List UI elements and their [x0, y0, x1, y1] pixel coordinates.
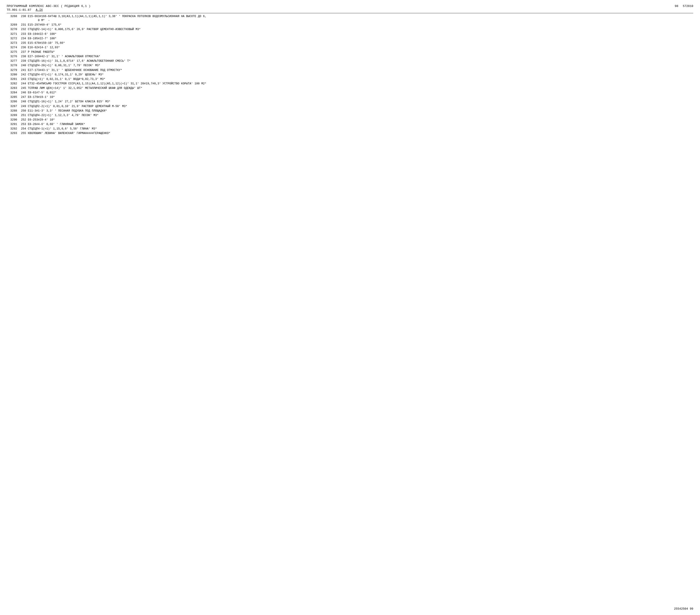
row-text: СТЦСЦП4-67(=1)' 0,174,31,1' 9,29' ЩЕБЕНЬ…	[27, 73, 693, 77]
row-id: 3268	[7, 14, 18, 23]
row-text: Е27-169#42-1' 31,1' ' АСФАЛЬТОВАЯ ОТМОСТ…	[27, 54, 693, 59]
row-text: Р РАЗНЫЕ РАБОТЫ*	[27, 50, 693, 54]
row-text: Е8-179#19-1' 10*	[27, 95, 693, 99]
row-id: 3288	[7, 109, 18, 113]
table-row: 3286248СТЦСЦП1-16(=1)' 1,24' 27,2' БЕТОН…	[7, 99, 693, 104]
row-num: 249	[18, 104, 27, 109]
table-row: 3271233Е8-194#22-6' 108*	[7, 32, 693, 36]
row-text: Е27-173#43-1' 31,1' ' ЩЕБЕНОЧНОЕ ОСНОВАН…	[27, 68, 693, 73]
row-num: 238	[18, 54, 27, 59]
row-id: 3286	[7, 99, 18, 104]
row-num: 237	[18, 50, 27, 54]
table-row: 3293255КВОЛОШИН' ЛЕВИНА' ВИЛЕНСКАЯ' ГИРМ…	[7, 131, 693, 136]
row-num: 251	[18, 113, 27, 117]
row-id: 3277	[7, 59, 18, 63]
table-row: 3276238Е27-169#42-1' 31,1' ' АСФАЛЬТОВАЯ…	[7, 54, 693, 59]
row-text: СТЦСЦ(=1)' 0,02,31,1' 0,1' ВОДА*0,02,73,…	[27, 77, 693, 81]
row-text: Е11-3#1-3' 3,3' ' ПЕСАНАЯ ПОДУШКА ПОД ПЛ…	[27, 109, 693, 113]
row-id: 3280	[7, 73, 18, 77]
row-text: Е6-253#29-4' 10*	[27, 117, 693, 122]
row-num: 233	[18, 32, 27, 36]
table-row: 3288250Е11-3#1-3' 3,3' ' ПЕСАНАЯ ПОДУШКА…	[7, 109, 693, 113]
row-id: 3285	[7, 95, 18, 99]
table-row: 3282244ЕТ32-45#ПИСЬМО ГОССТРОЯ СССР(А3,1…	[7, 81, 693, 86]
row-num: 243	[18, 77, 27, 81]
row-text: СТЦСЦП4-22(=1)' 1,12,3,3' 4,79' ПЕСОК' М…	[27, 113, 693, 117]
row-num: 247	[18, 95, 27, 99]
row-text: СТЦСЦП5-16(=1)' 31,1,0,0714' 17,6' АСФАЛ…	[27, 59, 693, 63]
table-row: 3291253Е8-26#4-6' 0,60' ' ГЛИНЯНЫЙ ЗАМОК…	[7, 122, 693, 127]
table-row: 3292254СТЦСЦП4-1(=1)' 1,15,0,6' 5,58' ГЛ…	[7, 127, 693, 131]
row-id: 3281	[7, 77, 18, 81]
row-num: 252	[18, 117, 27, 122]
row-id: 3291	[7, 122, 18, 127]
row-text: Е15-670#159-10' 75,66*	[27, 41, 693, 45]
row-num: 236	[18, 45, 27, 50]
row-num: 248	[18, 99, 27, 104]
table-row: 3273235Е15-670#159-10' 75,66*	[7, 41, 693, 45]
row-id: 3292	[7, 127, 18, 131]
row-num: 240	[18, 63, 27, 68]
row-num: 241	[18, 68, 27, 73]
row-id: 3272	[7, 36, 18, 41]
row-text: СТЦСЦП1-16(=1)' 1,24' 27,2' БЕТОН КЛАССА…	[27, 99, 693, 104]
row-id: 3274	[7, 45, 18, 50]
row-id: 3290	[7, 117, 18, 122]
row-id: 3273	[7, 41, 18, 45]
row-num: 255	[18, 131, 27, 136]
row-num: 246	[18, 90, 27, 95]
row-id: 3287	[7, 104, 18, 109]
table-row: 3275237Р РАЗНЫЕ РАБОТЫ*	[7, 50, 693, 54]
row-id: 3284	[7, 90, 18, 95]
row-num: 242	[18, 73, 27, 77]
row-id: 3283	[7, 86, 18, 90]
row-text: КВОЛОШИН' ЛЕВИНА' ВИЛЕНСКАЯ' ГИРМАН####Г…	[27, 131, 693, 136]
table-row: 3290252Е6-253#29-4' 10*	[7, 117, 693, 122]
row-id: 3289	[7, 113, 18, 117]
row-text: Е15-297#69-4' 175,6*	[27, 23, 693, 27]
data-table: 3268230Е15-663#166-6#Т4Ш 3,18(А3,1,1)(А4…	[7, 14, 693, 136]
row-text: СТЦСЦП2-2(=1)' 0,01,0,10' 21,9' РАСТВОР …	[27, 104, 693, 109]
row-num: 231	[18, 23, 27, 27]
table-row: 3285247Е8-179#19-1' 10*	[7, 95, 693, 99]
table-row: 3281243СТЦСЦ(=1)' 0,02,31,1' 0,1' ВОДА*0…	[7, 77, 693, 81]
row-num: 232	[18, 27, 27, 32]
row-id: 3269	[7, 23, 18, 27]
table-row: 3270232СТЦСЦП2-14(=1)' 0,006,175,6' 26,9…	[7, 27, 693, 32]
row-num: 253	[18, 122, 27, 127]
row-num: 250	[18, 109, 27, 113]
row-text: Е8-26#4-6' 0,60' ' ГЛИНЯНЫЙ ЗАМОК*	[27, 122, 693, 127]
page-number: 98	[675, 4, 678, 8]
row-num: 245	[18, 86, 27, 90]
table-row: 3274236Е16-62#14-1' 12,93*	[7, 45, 693, 50]
table-row: 3287249СТЦСЦП2-2(=1)' 0,01,0,10' 21,9' Р…	[7, 104, 693, 109]
program-title: ПРОГРАММНЫЙ КОМПЛЕКС АВС-3ЕС ( РЕДАКЦИЯ …	[7, 4, 91, 8]
row-text: Е8-61#7-5' 0,012*	[27, 90, 693, 95]
table-row: 3284246Е8-61#7-5' 0,012*	[7, 90, 693, 95]
row-id: 3270	[7, 27, 18, 32]
row-num: 254	[18, 127, 27, 131]
table-row: 3268230Е15-663#166-6#Т4Ш 3,18(А3,1,1)(А4…	[7, 14, 693, 23]
page-header: ПРОГРАММНЫЙ КОМПЛЕКС АВС-3ЕС ( РЕДАКЦИЯ …	[7, 4, 693, 12]
row-text: СТЦСЦП4-20(=1)' 0,06,31,1' 7,79' ПЕСОК' …	[27, 63, 693, 68]
row-text: ТСПРАВ ЛИМ ЦЕН(=14)' 1' 32,1,052' МЕТАЛЛ…	[27, 86, 693, 90]
row-text: Е16-62#14-1' 12,93*	[27, 45, 693, 50]
row-num: 239	[18, 59, 27, 63]
table-row: 3272234Е8-195#22-7' 108*	[7, 36, 693, 41]
row-id: 3271	[7, 32, 18, 36]
table-row: 3280242СТЦСЦП4-67(=1)' 0,174,31,1' 9,29'…	[7, 73, 693, 77]
row-text: СТЦСЦП4-1(=1)' 1,15,0,6' 5,58' ГЛИНА' М3…	[27, 127, 693, 131]
row-text: СТЦСЦП2-14(=1)' 0,006,175,6' 26,9' РАСТВ…	[27, 27, 693, 32]
row-num: 230	[18, 14, 27, 23]
row-id: 3282	[7, 81, 18, 86]
row-num: 244	[18, 81, 27, 86]
row-id: 3276	[7, 54, 18, 59]
row-id: 3278	[7, 63, 18, 68]
row-id: 3293	[7, 131, 18, 136]
table-row: 3279241Е27-173#43-1' 31,1' ' ЩЕБЕНОЧНОЕ …	[7, 68, 693, 73]
row-num: 234	[18, 36, 27, 41]
table-row: 3278240СТЦСЦП4-20(=1)' 0,06,31,1' 7,79' …	[7, 63, 693, 68]
section-label: А.IХ	[36, 8, 43, 12]
doc-code: ТП.901-1-81.87	[7, 8, 31, 12]
table-row: 3289251СТЦСЦП4-22(=1)' 1,12,3,3' 4,79' П…	[7, 113, 693, 117]
